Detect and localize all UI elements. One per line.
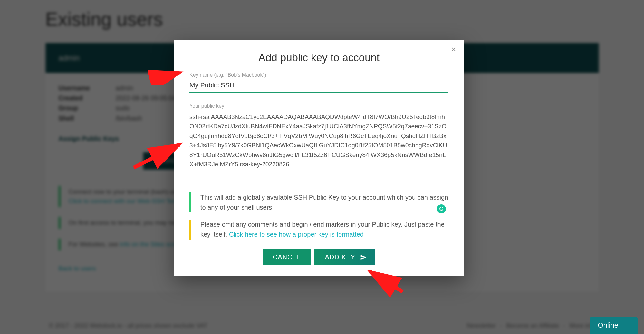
public-key-label: Your public key: [189, 103, 448, 109]
key-name-field-group: Key name (e.g. "Bob's Macbook"): [189, 72, 448, 93]
add-key-button-label: ADD KEY: [325, 253, 355, 261]
add-public-key-modal: × Add public key to account Key name (e.…: [174, 40, 464, 276]
grammarly-icon[interactable]: G: [437, 204, 446, 213]
send-icon: [360, 254, 367, 260]
info-note-green: This will add a globally available SSH P…: [189, 192, 448, 212]
modal-title: Add public key to account: [189, 52, 448, 64]
cancel-button[interactable]: CANCEL: [263, 249, 311, 265]
add-key-button[interactable]: ADD KEY: [314, 249, 375, 265]
modal-button-row: CANCEL ADD KEY: [189, 249, 448, 265]
key-name-label: Key name (e.g. "Bob's Macbook"): [189, 72, 448, 78]
key-format-help-link[interactable]: Click here to see how a proper key is fo…: [229, 231, 364, 238]
close-icon[interactable]: ×: [451, 45, 456, 54]
key-name-input[interactable]: [189, 80, 448, 93]
public-key-textarea[interactable]: [189, 111, 448, 178]
info-note-yellow: Please omit any comments and begin / end…: [189, 220, 448, 240]
public-key-field-group: Your public key: [189, 103, 448, 180]
chat-online-widget[interactable]: Online: [590, 317, 638, 334]
